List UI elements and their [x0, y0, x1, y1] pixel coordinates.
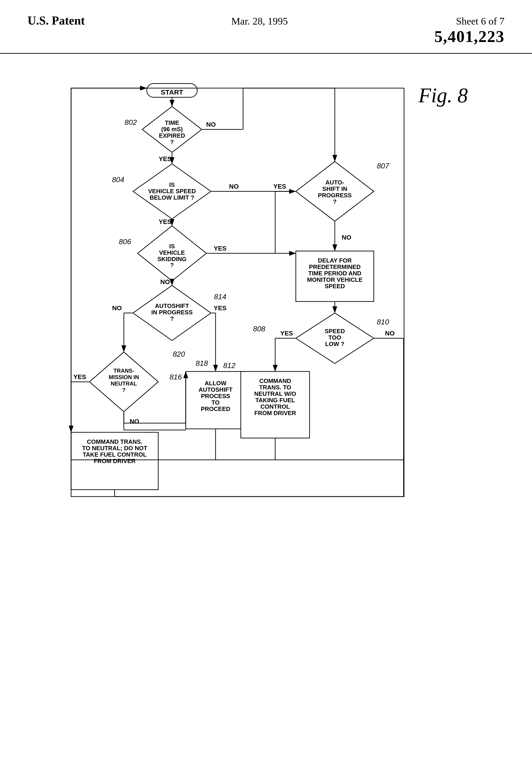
svg-text:?: ? [170, 315, 174, 322]
svg-text:TIME PERIOD AND: TIME PERIOD AND [308, 270, 362, 277]
patent-office-label: U.S. Patent [28, 14, 85, 27]
svg-text:806: 806 [119, 238, 131, 246]
svg-text:TAKE FUEL CONTROL: TAKE FUEL CONTROL [82, 451, 147, 458]
svg-text:814: 814 [214, 292, 226, 301]
svg-text:PROCEED: PROCEED [201, 405, 230, 412]
svg-text:VEHICLE SPEED: VEHICLE SPEED [148, 188, 196, 194]
sheet-label: Sheet 6 of 7 [456, 15, 504, 27]
svg-text:COMMAND: COMMAND [259, 378, 291, 384]
figure-label: Fig. 8 [418, 83, 468, 107]
svg-text:COMMAND TRANS.: COMMAND TRANS. [87, 438, 143, 445]
svg-text:YES: YES [73, 373, 86, 381]
svg-text:PREDETERMINED: PREDETERMINED [309, 263, 360, 270]
svg-text:IN PROGRESS: IN PROGRESS [151, 309, 193, 316]
svg-text:820: 820 [173, 350, 185, 358]
svg-text:DELAY FOR: DELAY FOR [318, 257, 352, 264]
svg-text:FROM DRIVER: FROM DRIVER [254, 410, 296, 417]
page-header: U.S. Patent Mar. 28, 1995 Sheet 6 of 7 5… [0, 0, 532, 54]
svg-text:802: 802 [124, 118, 137, 127]
svg-text:TO: TO [212, 399, 220, 406]
svg-text:NO: NO [112, 305, 122, 312]
svg-text:PROCESS: PROCESS [201, 393, 230, 399]
svg-text:(96 mS): (96 mS) [161, 126, 183, 133]
svg-text:VEHICLE: VEHICLE [159, 249, 185, 256]
svg-text:MISSION IN: MISSION IN [109, 374, 139, 380]
svg-text:810: 810 [377, 318, 389, 326]
svg-text:FROM DRIVER: FROM DRIVER [94, 458, 136, 464]
svg-text:NO: NO [229, 183, 239, 190]
svg-text:818: 818 [196, 359, 208, 367]
svg-text:SPEED: SPEED [325, 283, 345, 290]
svg-text:ALLOW: ALLOW [204, 380, 227, 387]
svg-text:TAKING FUEL: TAKING FUEL [256, 397, 295, 404]
svg-text:YES: YES [159, 218, 172, 225]
svg-text:NO: NO [129, 418, 139, 425]
svg-text:LOW ?: LOW ? [325, 341, 344, 347]
svg-text:NO: NO [385, 330, 395, 337]
svg-text:MONITOR VEHICLE: MONITOR VEHICLE [307, 276, 363, 283]
svg-text:TRANS-: TRANS- [114, 367, 135, 374]
svg-text:812: 812 [223, 361, 235, 370]
svg-text:START: START [161, 88, 183, 96]
page-content: Fig. 8 START TIME (96 mS) EXPIRED ? 802 … [0, 56, 532, 782]
svg-text:PROGRESS: PROGRESS [318, 192, 351, 199]
patent-date: Mar. 28, 1995 [231, 15, 288, 27]
svg-text:TO NEUTRAL; DO NOT: TO NEUTRAL; DO NOT [82, 445, 147, 452]
svg-text:816: 816 [169, 373, 182, 381]
svg-text:NO: NO [342, 234, 351, 241]
svg-text:YES: YES [214, 305, 227, 312]
svg-text:807: 807 [377, 162, 389, 170]
svg-text:YES: YES [159, 155, 172, 163]
svg-text:NEUTRAL W/O: NEUTRAL W/O [254, 390, 296, 397]
svg-text:?: ? [170, 261, 174, 269]
svg-text:AUTO-: AUTO- [326, 179, 344, 186]
svg-text:CONTROL: CONTROL [261, 403, 290, 410]
svg-text:NO: NO [160, 278, 170, 285]
svg-text:TIME: TIME [165, 119, 179, 126]
svg-text:YES: YES [214, 245, 227, 252]
svg-text:?: ? [333, 198, 337, 205]
svg-text:BELOW LIMIT ?: BELOW LIMIT ? [150, 194, 194, 201]
svg-text:804: 804 [112, 176, 124, 184]
patent-number: 5,401,223 [434, 27, 504, 46]
svg-text:IS: IS [169, 243, 175, 250]
svg-text:NEUTRAL: NEUTRAL [111, 381, 137, 387]
svg-text:SHIFT IN: SHIFT IN [322, 185, 347, 192]
svg-text:AUTOSHIFT: AUTOSHIFT [199, 386, 232, 393]
svg-text:?: ? [170, 139, 174, 145]
svg-text:EXPIRED: EXPIRED [159, 132, 185, 139]
svg-text:IS: IS [169, 181, 175, 188]
svg-text:?: ? [122, 387, 126, 393]
svg-text:TRANS. TO: TRANS. TO [259, 384, 291, 391]
svg-text:AUTOSHIFT: AUTOSHIFT [155, 303, 189, 309]
svg-text:NO: NO [206, 121, 216, 128]
svg-text:YES: YES [280, 330, 293, 337]
svg-text:SPEED: SPEED [325, 328, 345, 334]
svg-text:YES: YES [273, 183, 286, 190]
svg-text:808: 808 [253, 325, 265, 333]
svg-text:TOO: TOO [328, 334, 341, 341]
